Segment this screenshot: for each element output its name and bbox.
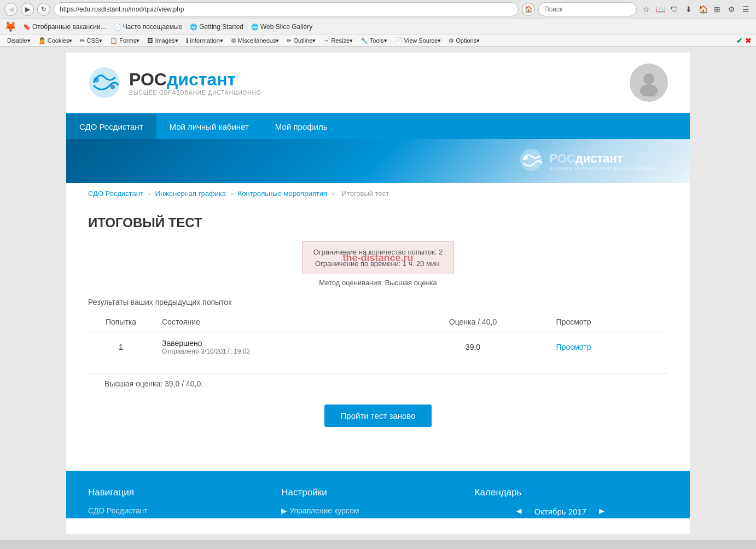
footer-nav-col: Навигация СДО Росдистант bbox=[88, 487, 281, 518]
breadcrumb-activities[interactable]: Контрольные мероприятия bbox=[238, 189, 327, 198]
information-btn[interactable]: ℹ Information▾ bbox=[183, 37, 226, 45]
home2-icon[interactable]: 🏠 bbox=[697, 3, 709, 15]
logo-tagline: ВЫСШЕЕ ОБРАЗОВАНИЕ ДИСТАНЦИОННО bbox=[129, 90, 261, 96]
svg-point-2 bbox=[111, 85, 115, 89]
footer-calendar-title: Календарь bbox=[475, 487, 646, 498]
logo-part2: дистант bbox=[167, 70, 236, 89]
retake-button[interactable]: Пройти тест заново bbox=[324, 404, 432, 427]
firefox-logo-icon: 🦊 bbox=[4, 21, 16, 33]
nav-profile[interactable]: Мой профиль bbox=[262, 114, 341, 139]
breadcrumb-sdo[interactable]: СДО Росдистант bbox=[88, 189, 143, 198]
main-nav: СДО Росдистант Мой личный кабинет Мой пр… bbox=[66, 114, 690, 139]
footer-calendar-col: Календарь ◄ Октябрь 2017 ► bbox=[475, 487, 668, 518]
table-row: 1 Завершено Отправлено 3/10/2017, 19:02 … bbox=[88, 332, 668, 362]
col-grade: Оценка / 40,0 bbox=[398, 312, 548, 332]
svg-point-5 bbox=[520, 149, 542, 171]
home-button[interactable]: 🏠 bbox=[522, 3, 535, 16]
banner-logo-sub: ВЫСШЕЕ ОБРАЗОВ АНИ ДИСТАНЦИОННО bbox=[549, 166, 657, 171]
browser-titlebar: ◀ ▶ ↻ 🏠 ☆ 📖 🛡 ⬇ 🏠 ⊞ ⚙ ☰ bbox=[0, 0, 756, 19]
calendar-prev-button[interactable]: ◄ bbox=[515, 506, 524, 516]
logo-part1: РОС bbox=[129, 70, 167, 89]
browser-chrome: ◀ ▶ ↻ 🏠 ☆ 📖 🛡 ⬇ 🏠 ⊞ ⚙ ☰ 🦊 🔖 Отобранные в… bbox=[0, 0, 756, 47]
outline-btn[interactable]: ✏ Outline▾ bbox=[284, 37, 318, 45]
bookmark-web-slice[interactable]: 🌐 Web Slice Gallery bbox=[248, 22, 316, 32]
forward-button[interactable]: ▶ bbox=[21, 3, 34, 16]
results-table: Попытка Состояние Оценка / 40,0 Просмотр… bbox=[88, 312, 668, 362]
cookies-btn[interactable]: 🙎 Cookies▾ bbox=[36, 37, 75, 45]
bookmarks-bar: 🦊 🔖 Отобранные вакансии... 📄 Часто посещ… bbox=[0, 19, 756, 35]
address-bar[interactable] bbox=[54, 2, 519, 16]
globe-icon: 🌐 bbox=[190, 24, 197, 31]
logo-area: РОСдистант ВЫСШЕЕ ОБРАЗОВАНИЕ ДИСТАНЦИОН… bbox=[88, 66, 261, 99]
footer-settings-title: Настройки bbox=[281, 487, 452, 498]
refresh-button[interactable]: ↻ bbox=[37, 3, 50, 16]
bookmark-label: Web Slice Gallery bbox=[260, 23, 312, 31]
check-err-icon: ✖ bbox=[745, 36, 752, 45]
globe2-icon: 🌐 bbox=[251, 24, 259, 31]
attempt-grade: 39,0 bbox=[398, 332, 548, 362]
dev-toolbar: Disable▾ 🙎 Cookies▾ ✏ CSS▾ 📋 Forms▾ 🖼 Im… bbox=[0, 35, 756, 47]
download-icon[interactable]: ⬇ bbox=[683, 3, 695, 15]
bookmark-vacancies[interactable]: 🔖 Отобранные вакансии... bbox=[20, 22, 109, 32]
options-btn[interactable]: ⚙ Options▾ bbox=[446, 37, 482, 45]
quiz-info: Ограничение на количество попыток: 2 Огр… bbox=[88, 241, 668, 287]
footer-settings-link[interactable]: ▶ Управление курсом bbox=[281, 506, 452, 515]
bookmark-frequent[interactable]: 📄 Часто посещаемые bbox=[111, 22, 186, 32]
tools-btn[interactable]: 🔧 Tools▾ bbox=[358, 37, 390, 45]
view-source-btn[interactable]: 📄 View Source▾ bbox=[392, 37, 444, 45]
menu-icon[interactable]: ☰ bbox=[740, 3, 752, 15]
svg-point-1 bbox=[94, 77, 99, 83]
best-grade-section: Высшая оценка: 39,0 / 40,0. bbox=[88, 373, 668, 388]
calendar-next-button[interactable]: ► bbox=[597, 506, 606, 516]
review-link[interactable]: Просмотр bbox=[556, 343, 591, 351]
table-header-row: Попытка Состояние Оценка / 40,0 Просмотр bbox=[88, 312, 668, 332]
search-bar[interactable] bbox=[538, 2, 637, 16]
logo-text: РОСдистант ВЫСШЕЕ ОБРАЗОВАНИЕ ДИСТАНЦИОН… bbox=[129, 70, 261, 96]
bookmark-label: Отобранные вакансии... bbox=[32, 23, 106, 31]
col-review: Просмотр bbox=[548, 312, 668, 332]
miscellaneous-btn[interactable]: ⚙ Miscellaneous▾ bbox=[228, 37, 282, 45]
browser-icons: ☆ 📖 🛡 ⬇ 🏠 ⊞ ⚙ ☰ bbox=[640, 3, 752, 15]
page-wrapper: РОСдистант ВЫСШЕЕ ОБРАЗОВАНИЕ ДИСТАНЦИОН… bbox=[0, 47, 756, 540]
forms-btn[interactable]: 📋 Forms▾ bbox=[107, 37, 142, 45]
shield-icon[interactable]: 🛡 bbox=[668, 3, 681, 15]
bookmark-getting-started[interactable]: 🌐 Getting Started bbox=[187, 22, 247, 32]
svg-point-6 bbox=[524, 155, 528, 160]
col-state: Состояние bbox=[154, 312, 398, 332]
reading-icon[interactable]: 📖 bbox=[654, 3, 666, 15]
resize-btn[interactable]: ↔ Resize▾ bbox=[321, 37, 356, 45]
breadcrumb-sep2: › bbox=[231, 189, 235, 198]
nav-cabinet[interactable]: Мой личный кабинет bbox=[156, 114, 262, 139]
results-title: Результаты ваших предыдущих попыток bbox=[88, 298, 668, 307]
arrow-icon: ▶ bbox=[281, 506, 289, 515]
frequent-icon: 📄 bbox=[114, 24, 121, 31]
attempt-date: Отправлено 3/10/2017, 19:02 bbox=[162, 348, 389, 355]
best-grade: Высшая оценка: 39,0 / 40,0. bbox=[96, 379, 203, 388]
footer-nav-link[interactable]: СДО Росдистант bbox=[88, 506, 259, 515]
svg-point-4 bbox=[640, 84, 658, 96]
disable-btn[interactable]: Disable▾ bbox=[4, 37, 33, 45]
page-content: РОСдистант ВЫСШЕЕ ОБРАЗОВАНИЕ ДИСТАНЦИОН… bbox=[66, 53, 690, 534]
back-button[interactable]: ◀ bbox=[4, 3, 18, 16]
bookmark-label: Getting Started bbox=[199, 23, 243, 31]
bookmark-icon: 🔖 bbox=[23, 24, 31, 31]
layout-icon[interactable]: ⊞ bbox=[711, 3, 723, 15]
css-btn[interactable]: ✏ CSS▾ bbox=[77, 37, 105, 45]
breadcrumb-course[interactable]: Инженерная графика bbox=[155, 189, 226, 198]
site-header: РОСдистант ВЫСШЕЕ ОБРАЗОВАНИЕ ДИСТАНЦИОН… bbox=[66, 53, 690, 114]
banner-logo-text: РОСдистант bbox=[549, 152, 657, 166]
logo-heading: РОСдистант bbox=[129, 70, 261, 90]
star-icon[interactable]: ☆ bbox=[640, 3, 652, 15]
banner-logo: РОСдистант ВЫСШЕЕ ОБРАЗОВ АНИ ДИСТАНЦИОН… bbox=[519, 148, 657, 174]
calendar-month: Октябрь 2017 bbox=[534, 507, 586, 516]
nav-sdo[interactable]: СДО Росдистант bbox=[66, 114, 156, 139]
settings-icon[interactable]: ⚙ bbox=[725, 3, 737, 15]
attempt-review[interactable]: Просмотр bbox=[548, 332, 668, 362]
col-attempt: Попытка bbox=[88, 312, 154, 332]
footer-columns: Навигация СДО Росдистант Настройки ▶ Упр… bbox=[88, 487, 668, 518]
site-logo-icon bbox=[88, 66, 121, 99]
svg-point-3 bbox=[643, 73, 654, 84]
watermark-overlay: the-distance.ru bbox=[303, 242, 454, 274]
images-btn[interactable]: 🖼 Images▾ bbox=[144, 37, 181, 45]
bookmark-label: Часто посещаемые bbox=[123, 23, 183, 31]
